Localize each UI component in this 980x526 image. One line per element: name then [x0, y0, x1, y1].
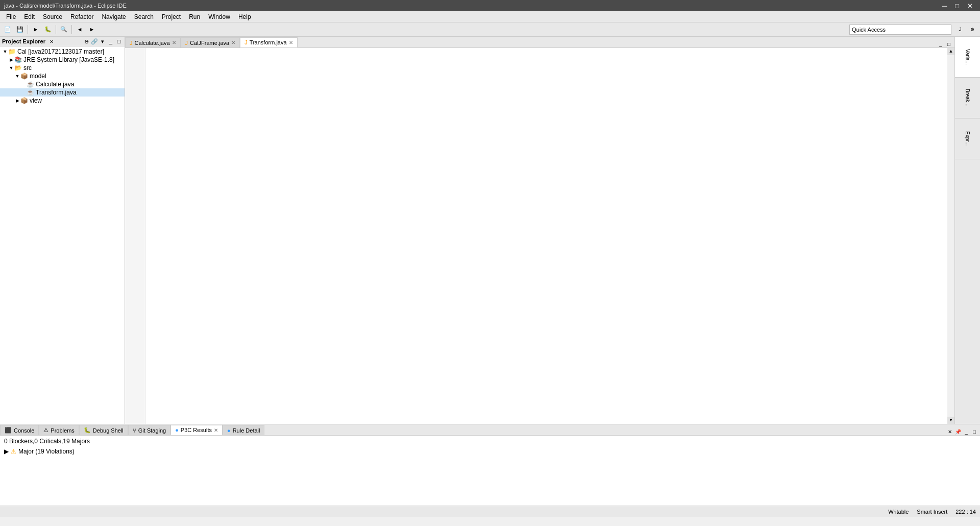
toolbar-forward[interactable]: ▶	[86, 24, 97, 35]
btab-label-problems: Problems	[51, 427, 74, 434]
tab-icon-calJFrame: J	[185, 40, 188, 46]
bottom-maximize-icon[interactable]: □	[971, 428, 978, 435]
menu-search[interactable]: Search	[130, 12, 158, 21]
tree-arrow-src[interactable]: ▼	[8, 65, 14, 70]
right-panel-tabs: Varia... Break... Expr...	[955, 37, 980, 159]
tree-label-src: src	[23, 64, 32, 71]
tree-item-src[interactable]: ▼ 📂 src	[0, 64, 125, 72]
pe-close-icon[interactable]: ✕	[50, 39, 54, 44]
btab-ruledetail[interactable]: ● Rule Detail	[223, 425, 264, 435]
tree-item-jre[interactable]: ▶ 📚 JRE System Library [JavaSE-1.8]	[0, 56, 125, 64]
btab-debugshell[interactable]: 🐛 Debug Shell	[79, 425, 128, 435]
tree-label-calculate: Calculate.java	[36, 81, 74, 88]
toolbar-perspective-debug[interactable]: ⚙	[967, 24, 978, 35]
pe-menu-icon[interactable]: ▾	[99, 38, 106, 45]
rp-tab-label-breakpoints: Break...	[965, 89, 970, 106]
btab-label-ruledetail: Rule Detail	[233, 427, 260, 434]
bottom-close-icon[interactable]: ✕	[946, 428, 953, 435]
title-text: java - Cal/src/model/Transform.java - Ec…	[4, 3, 127, 9]
toolbar-debug[interactable]: 🐛	[42, 24, 54, 35]
rp-tab-variables[interactable]: Varia...	[955, 37, 980, 78]
editor-tabs: J Calculate.java ✕ J CalJFrame.java ✕ J …	[125, 37, 954, 48]
btab-close-p3c[interactable]: ✕	[214, 427, 218, 433]
editor-minimize-icon[interactable]: _	[937, 40, 944, 47]
scroll-up-arrow[interactable]: ▲	[947, 48, 954, 55]
project-explorer: Project Explorer ✕ ⊖ 🔗 ▾ _ □ ▼ 📁 Cal [ja…	[0, 37, 125, 424]
tree-item-cal[interactable]: ▼ 📁 Cal [java201721123017 master]	[0, 47, 125, 56]
editor-area: J Calculate.java ✕ J CalJFrame.java ✕ J …	[125, 37, 954, 424]
library-icon: 📚	[14, 56, 22, 63]
project-icon: 📁	[8, 48, 16, 55]
code-editor[interactable]: ▲ ▼	[125, 48, 954, 424]
tab-transform[interactable]: J Transform.java ✕	[240, 37, 297, 47]
tab-label-transform: Transform.java	[250, 39, 287, 45]
minimize-button[interactable]: ─	[939, 2, 950, 10]
btab-label-gitstaging: Git Staging	[138, 427, 166, 434]
menu-project[interactable]: Project	[158, 12, 185, 21]
pe-maximize-icon[interactable]: □	[115, 38, 122, 45]
status-bar: Writable Smart Insert 222 : 14	[0, 506, 980, 517]
menu-run[interactable]: Run	[185, 12, 204, 21]
btab-gitstaging[interactable]: ⑂ Git Staging	[128, 425, 170, 435]
menu-navigate[interactable]: Navigate	[97, 12, 130, 21]
toolbar-back[interactable]: ◀	[74, 24, 85, 35]
status-insert-mode: Smart Insert	[917, 509, 947, 515]
close-button[interactable]: ✕	[964, 2, 976, 10]
main-layout: Project Explorer ✕ ⊖ 🔗 ▾ _ □ ▼ 📁 Cal [ja…	[0, 37, 980, 424]
tab-close-calJFrame[interactable]: ✕	[231, 40, 235, 45]
menu-window[interactable]: Window	[204, 12, 234, 21]
toolbar-save[interactable]: 💾	[14, 24, 26, 35]
pe-link-icon[interactable]: 🔗	[91, 38, 98, 45]
menu-edit[interactable]: Edit	[20, 12, 39, 21]
tree-item-transform[interactable]: ☕ Transform.java	[0, 88, 125, 97]
toolbar-search[interactable]: 🔍	[58, 24, 69, 35]
tab-label-calJFrame: CalJFrame.java	[190, 40, 229, 46]
menu-help[interactable]: Help	[234, 12, 255, 21]
maximize-button[interactable]: □	[952, 2, 962, 10]
tree-item-model[interactable]: ▼ 📦 model	[0, 72, 125, 80]
code-content[interactable]	[145, 48, 947, 424]
btab-icon-p3c: ●	[175, 427, 179, 433]
toolbar-new[interactable]: 📄	[2, 24, 13, 35]
menu-source[interactable]: Source	[39, 12, 66, 21]
tab-label-calculate: Calculate.java	[135, 40, 170, 46]
rp-tab-label-expressions: Expr...	[965, 131, 970, 146]
toolbar-separator-3	[71, 25, 72, 34]
menu-refactor[interactable]: Refactor	[66, 12, 97, 21]
line-numbers	[125, 48, 145, 424]
tree-arrow-model[interactable]: ▼	[14, 74, 20, 79]
tree-item-view[interactable]: ▶ 📦 view	[0, 97, 125, 105]
pe-minimize-icon[interactable]: _	[107, 38, 114, 45]
violation-group-major[interactable]: ▶ ⚠ Major (19 Violations)	[4, 447, 976, 456]
pe-collapse-icon[interactable]: ⊖	[83, 38, 90, 45]
tab-calJFrame[interactable]: J CalJFrame.java ✕	[181, 37, 240, 47]
window-controls[interactable]: ─ □ ✕	[939, 2, 976, 10]
rp-tab-breakpoints[interactable]: Break...	[955, 78, 980, 118]
editor-maximize-icon[interactable]: □	[945, 40, 952, 47]
quick-access-input[interactable]: Quick Access	[849, 25, 951, 35]
quick-access-label: Quick Access	[852, 27, 886, 33]
tree-item-calculate[interactable]: ☕ Calculate.java	[0, 80, 125, 88]
toolbar-run[interactable]: ▶	[30, 24, 41, 35]
editor-scrollbar[interactable]: ▲ ▼	[947, 48, 954, 424]
scroll-down-arrow[interactable]: ▼	[947, 417, 954, 424]
btab-p3c[interactable]: ● P3C Results ✕	[170, 425, 223, 435]
violation-expand-arrow[interactable]: ▶	[4, 448, 9, 455]
tree-arrow-view[interactable]: ▶	[14, 98, 20, 103]
toolbar-separator-2	[56, 25, 56, 34]
btab-label-debugshell: Debug Shell	[93, 427, 124, 434]
bottom-minimize-icon[interactable]: _	[963, 428, 970, 435]
btab-problems[interactable]: ⚠ Problems	[39, 425, 79, 435]
menu-file[interactable]: File	[2, 12, 20, 21]
bottom-pin-icon[interactable]: 📌	[954, 428, 962, 435]
tab-close-transform[interactable]: ✕	[289, 40, 293, 45]
tab-icon-calculate: J	[130, 40, 133, 46]
tree-arrow-cal[interactable]: ▼	[2, 49, 8, 54]
tab-close-calculate[interactable]: ✕	[172, 40, 176, 45]
tree-arrow-jre[interactable]: ▶	[8, 57, 14, 62]
project-explorer-title: Project Explorer	[2, 38, 45, 44]
tab-calculate[interactable]: J Calculate.java ✕	[125, 37, 181, 47]
btab-console[interactable]: ⬛ Console	[0, 425, 39, 435]
toolbar-perspective-java[interactable]: J	[954, 24, 966, 35]
rp-tab-expressions[interactable]: Expr...	[955, 118, 980, 159]
